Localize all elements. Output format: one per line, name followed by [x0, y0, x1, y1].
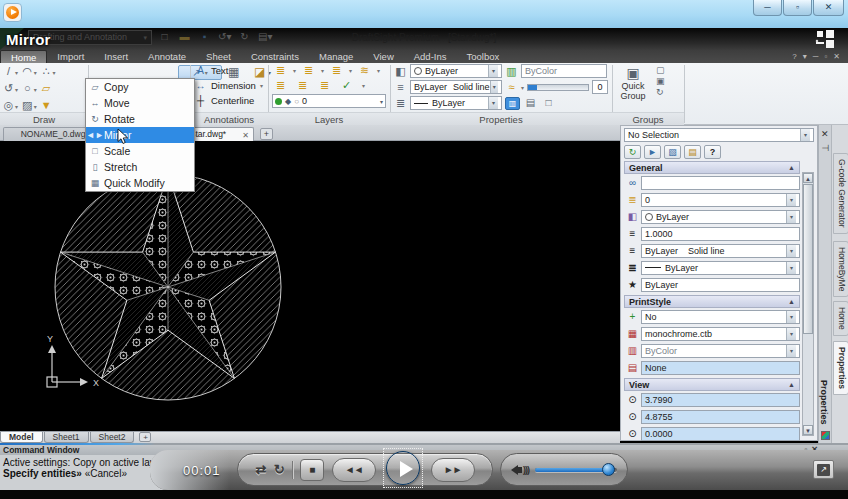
group-edit-icon[interactable]: ▢: [656, 65, 665, 75]
layer-iso-icon[interactable]: ≋: [358, 63, 371, 78]
panel-label-groups[interactable]: Groups: [612, 112, 684, 125]
tab-sheet[interactable]: Sheet: [196, 50, 241, 63]
tab-insert[interactable]: Insert: [94, 50, 138, 63]
play-button[interactable]: [386, 451, 420, 485]
quick-select-icon[interactable]: ▤: [684, 145, 701, 159]
printstyle-table-combo[interactable]: monochrome.ctb▾: [641, 327, 800, 341]
section-printstyle[interactable]: PrintStyle ▲: [624, 295, 800, 308]
lineweight-combo[interactable]: ByLayer ▾: [410, 96, 502, 110]
panel-label-properties[interactable]: Properties: [390, 112, 612, 125]
side-tab-properties[interactable]: Properties: [833, 341, 848, 395]
slider-thumb[interactable]: [528, 85, 537, 90]
section-view[interactable]: View ▲: [624, 378, 800, 391]
linescale-field[interactable]: 1.0000: [641, 227, 800, 241]
hyperlink-field[interactable]: [641, 176, 800, 190]
scroll-up-icon[interactable]: ▲: [803, 173, 813, 183]
close-icon[interactable]: ✕: [821, 129, 829, 139]
add-sheet-button[interactable]: +: [139, 432, 151, 442]
layer-manager-icon[interactable]: ≣: [274, 63, 287, 78]
help-icon[interactable]: ?: [704, 145, 721, 159]
layer-unlock-icon[interactable]: ≣: [318, 78, 331, 93]
polygon-tool-icon[interactable]: ▱: [40, 81, 53, 96]
layer-freeze-icon[interactable]: ≣: [302, 63, 315, 78]
volume-slider[interactable]: [535, 468, 617, 472]
linestyle-combo[interactable]: ByLayer Solid line ▾: [410, 80, 502, 94]
menu-item-mirror[interactable]: ◄►Mirror: [86, 127, 194, 143]
stop-button[interactable]: ■: [300, 459, 324, 481]
sheet-tab-model[interactable]: Model: [0, 432, 43, 443]
match-properties-button[interactable]: ▥: [505, 97, 520, 110]
tab-annotate[interactable]: Annotate: [138, 50, 196, 63]
close-button[interactable]: ✕: [813, 0, 844, 16]
scroll-down-icon[interactable]: ▼: [803, 425, 813, 435]
maximize-button[interactable]: ▫: [783, 0, 812, 16]
color-combo[interactable]: ByLayer▾: [641, 210, 800, 224]
tab-addins[interactable]: Add-Ins: [404, 50, 457, 63]
menu-item-move[interactable]: ↔Move: [86, 95, 194, 111]
quick-group-button[interactable]: ▣ Quick Group: [616, 65, 650, 101]
doc-close-icon[interactable]: ✕: [833, 52, 840, 61]
tab-manage[interactable]: Manage: [309, 50, 363, 63]
cloud-tool-icon[interactable]: ↺: [2, 81, 15, 96]
select-window-icon[interactable]: ▧: [664, 145, 681, 159]
linecolor-combo[interactable]: ByLayer ▾: [410, 64, 502, 78]
menu-item-quick-modify[interactable]: ▦Quick Modify: [86, 175, 194, 191]
sheet-tab-sheet1[interactable]: Sheet1: [44, 432, 89, 443]
hatch-tool-icon[interactable]: ▨: [21, 98, 34, 113]
sheet-tab-sheet2[interactable]: Sheet2: [90, 432, 135, 443]
ellipse-tool-icon[interactable]: ○: [21, 81, 34, 96]
layer-thaw-icon[interactable]: ≣: [296, 78, 309, 93]
properties-page-icon[interactable]: □: [541, 97, 556, 110]
layer-select-combo[interactable]: ◆ ○ 0 ▾: [272, 94, 386, 108]
menu-item-scale[interactable]: □Scale: [86, 143, 194, 159]
fast-forward-button[interactable]: ►►: [431, 458, 475, 482]
solid-tool-icon[interactable]: ▼: [40, 98, 53, 113]
volume-icon[interactable]: ))): [511, 465, 529, 475]
section-general[interactable]: General ▲: [624, 161, 800, 174]
centerline-tool[interactable]: ┼ Centerline: [190, 93, 268, 108]
panel-label-layers[interactable]: Layers: [268, 112, 390, 125]
scroll-thumb[interactable]: [803, 184, 813, 334]
chevron-down-icon[interactable]: ▾: [803, 52, 807, 61]
lineweight-slider[interactable]: [527, 84, 589, 91]
group-explode-icon[interactable]: ↻: [656, 87, 665, 97]
tab-constraints[interactable]: Constraints: [241, 50, 309, 63]
lineweight-combo[interactable]: ByLayer▾: [641, 261, 800, 275]
text-tool[interactable]: A Text▾: [190, 63, 268, 78]
repeat-icon[interactable]: ↻: [274, 462, 285, 477]
select-entities-icon[interactable]: ►: [644, 145, 661, 159]
pin-icon[interactable]: ⊤: [820, 144, 830, 152]
menu-item-rotate[interactable]: ↻Rotate: [86, 111, 194, 127]
properties-painter-icon[interactable]: ▤: [523, 97, 538, 110]
panel-label-draw[interactable]: Draw: [0, 112, 88, 125]
rewind-button[interactable]: ◄◄: [332, 458, 376, 482]
circle-tool-icon[interactable]: ◎: [2, 98, 15, 113]
fullscreen-button[interactable]: ↗: [813, 460, 834, 479]
menu-item-copy[interactable]: ▱Copy: [86, 79, 194, 95]
tab-home[interactable]: Home: [0, 50, 47, 63]
arc-tool-icon[interactable]: ◠: [21, 64, 34, 79]
group-add-icon[interactable]: ▣: [656, 76, 665, 86]
minimize-button[interactable]: ─: [753, 0, 782, 16]
tab-view[interactable]: View: [363, 50, 403, 63]
doc-restore-icon[interactable]: ▫: [824, 52, 827, 61]
point-tool-icon[interactable]: ∴: [40, 64, 53, 79]
shuffle-icon[interactable]: ⇄: [255, 462, 266, 477]
tab-toolbox[interactable]: Toolbox: [457, 50, 510, 63]
linecolor-field[interactable]: ByLayer: [641, 278, 800, 292]
side-tab-gcode[interactable]: G-code Generator: [833, 153, 848, 234]
tab-import[interactable]: Import: [47, 50, 94, 63]
palette-scrollbar[interactable]: ▲ ▼: [802, 172, 814, 436]
layer-on-icon[interactable]: ≣: [274, 78, 287, 93]
line-tool-icon[interactable]: /: [2, 64, 15, 79]
doc-minimize-icon[interactable]: ─: [813, 52, 819, 61]
help-icon[interactable]: ?: [792, 52, 796, 61]
side-tab-homebyme[interactable]: HomeByMe: [833, 241, 848, 297]
shade-combo[interactable]: No▾: [641, 310, 800, 324]
selection-combo[interactable]: No Selection ▾: [624, 128, 814, 142]
menu-item-stretch[interactable]: ▯Stretch: [86, 159, 194, 175]
lineweight-value-field[interactable]: 0: [592, 80, 608, 94]
side-tab-home[interactable]: Home: [833, 301, 848, 336]
dimension-tool[interactable]: ↔ Dimension▾: [190, 78, 268, 93]
layer-check-icon[interactable]: ✓: [340, 78, 353, 93]
